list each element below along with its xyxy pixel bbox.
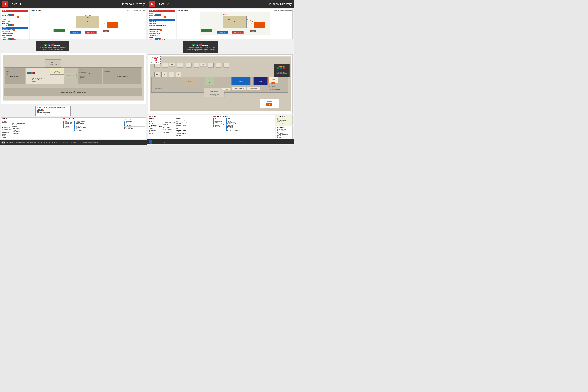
svg-line-14 [91, 28, 94, 31]
svg-text:Gates C14-C45: Gates C14-C45 [88, 32, 94, 33]
footer-lost: Lost & Found: 281-230-3299 or has.iahvlo… [70, 142, 146, 143]
l2-amenities-col2: 🟦 Gates 🟦 Nursery 🟦 Parking 🟦 Pet Relief… [226, 118, 241, 131]
l2-airlines-content: Airlines: AeroMexico Air China Air Franc… [149, 118, 211, 138]
svg-text:-Ground Transportation: -Ground Transportation [210, 94, 219, 95]
l2-subway-badges: A B C Marriott. [185, 44, 216, 46]
svg-text:🐾 Pet Relief Area:: 🐾 Pet Relief Area: [154, 88, 162, 89]
svg-text:International Departures: International Departures [87, 13, 96, 14]
svg-text:E: E [273, 83, 274, 84]
l2-dining-shopping: 🍴 Dining full service 🟩 Houston Burger C… [276, 115, 293, 139]
svg-text:Concourse Exit: Concourse Exit [67, 75, 74, 76]
svg-text:D7: D7 [179, 65, 181, 66]
svg-text:Parking D/E: Parking D/E [212, 95, 216, 96]
svg-text:Gates E1-E24: Gates E1-E24 [256, 25, 263, 26]
airlines-header: D Airlines [2, 118, 61, 120]
dining-section: 🍴 Dining 🟩 Seating Area 🟦 Telephones 🟦 T… [123, 118, 146, 139]
l2-footer-lost: Lost & Found: 281-230-3299 or has.iahvlo… [218, 142, 292, 142]
svg-text:-Ticketing/Check-In: -Ticketing/Check-In [210, 91, 218, 92]
svg-text:Gates E1-E24: Gates E1-E24 [266, 107, 272, 108]
level1-item: Level 1: International Arrivals E (Use T… [2, 26, 28, 36]
svg-text:D: D [234, 21, 235, 22]
airport-map-svg: D Gates D1-D12 YOU ARE HERE Internationa… [31, 12, 145, 35]
svg-text:Down To:: Down To: [212, 90, 216, 90]
svg-text:Gates C14-C45: Gates C14-C45 [234, 32, 241, 33]
starbucks-label: ★ Starbucks [124, 127, 145, 128]
svg-text:Gates E1-E24: Gates E1-E24 [110, 25, 116, 26]
l2-level3-item: Level 3: Skyway to A B C (Use Skyway Sta… [149, 12, 176, 18]
l2-airlines-col1: Airlines: AeroMexico Air China Air Franc… [149, 118, 162, 138]
full-service-label: full service [284, 116, 288, 117]
airlines-section: D Airlines Airlines: AeroMexico Air Chin… [1, 118, 62, 139]
parking-note: ⚡ Electric Vehicle Charging Stations: Le… [0, 105, 147, 117]
svg-text:-Korean Air: -Korean Air [104, 72, 109, 73]
svg-text:KLM Crown: KLM Crown [238, 80, 244, 81]
svg-text:-EVA Air: -EVA Air [6, 71, 9, 72]
level1-levels-header: D Terminal Levels [2, 10, 28, 12]
amenities-col2: 🟦 MailSafe Express 🟦 Parking 🟦 Pet Relie… [74, 120, 86, 131]
level2-panel: D Level 2 Terminal Directory D Terminal … [147, 0, 294, 145]
l2-airlines-section: D Airlines Airlines: AeroMexico Air Chin… [148, 115, 212, 139]
subway-box: Subway to: A B C Marriott. Use Elevators… [36, 41, 69, 52]
svg-text:Gates D1-D12: Gates D1-D12 [232, 22, 238, 24]
level1-airport-map: ✈ Airport Map George Bush Intercontinent… [30, 9, 146, 39]
valet-text: Valet Parking: Level 2 [39, 112, 50, 113]
l2-subway-box: Subway to: A B C Marriott. Use Escalator… [183, 41, 218, 53]
svg-text:Security: Security [55, 70, 59, 72]
main-container: D Level 1 Terminal Directory D Terminal … [0, 0, 294, 145]
svg-text:Currency Exchange: Currency Exchange [234, 88, 244, 90]
svg-text:Platform Area (Elevated Train): Platform Area (Elevated Train) [276, 74, 287, 74]
dining-content: 🟩 Seating Area 🟦 Telephones 🟦 Ticketing/… [124, 121, 145, 130]
svg-rect-63 [29, 72, 30, 74]
svg-text:or Escalation Down to Level 1: or Escalation Down to Level 1 [154, 91, 166, 92]
l2-subway-section: Subway to: A B C Marriott. Use Escalator… [147, 40, 294, 54]
svg-text:D1: D1 [156, 74, 158, 75]
level2-floor-map: Walkway To: C Gates C14-C45 D1 D2 D3 [148, 54, 293, 114]
l2-airlines-col2: InterJet KLM Royal Dutch Airlines Korean… [163, 118, 176, 138]
l2-dining-header: 🍴 Dining full service [276, 116, 292, 118]
svg-text:International Departures: International Departures [234, 13, 243, 14]
svg-text:-British Airways: -British Airways [104, 74, 110, 74]
l2-dining-section: 🍴 Dining full service 🟩 Houston Burger C… [276, 115, 293, 125]
l2-footer-tdd: TDD: 281-230-3089 [196, 142, 205, 142]
escalator-note: Use Ticketing Lobby Elevators or Escalat… [36, 114, 70, 115]
level1-floor-map: Ticketing/Check-In -Air China -EVA Air -… [1, 53, 146, 104]
levels-content-2: Level 3: Skyway to A B C (Use Skyway Sta… [149, 12, 176, 40]
l2-airport-map-svg: D Gates D1-D12 YOU ARE HERE Internationa… [178, 12, 292, 35]
svg-text:Skyway to:: Skyway to: [279, 66, 285, 67]
level2-terminal-levels: D Terminal Levels Level 3: Skyway to A B… [148, 9, 176, 39]
svg-text:← EXIT ——— EXIT →: ← EXIT ——— EXIT → [10, 87, 20, 88]
svg-text:Gates A1-A30: Gates A1-A30 [56, 30, 62, 32]
svg-text:Lounge: Lounge [259, 81, 262, 82]
svg-text:or Escalators Down to Level 1: or Escalators Down to Level 1 [269, 89, 281, 90]
svg-text:🐾 Pet Relief Area:: 🐾 Pet Relief Area: [269, 86, 277, 88]
svg-text:D12: D12 [225, 65, 228, 66]
svg-text:D6: D6 [164, 65, 166, 66]
svg-text:-Singapore Airlines: -Singapore Airlines [6, 74, 13, 74]
footer-iah: IAH Dispatch: 281-230-3100 [34, 142, 47, 143]
svg-rect-123 [181, 77, 197, 85]
svg-text:D10: D10 [210, 65, 212, 66]
svg-text:D: D [87, 21, 88, 22]
svg-text:- International Arrivals: - International Arrivals [32, 79, 42, 80]
level1-top-info: D Terminal Levels Level 3: Skyway to A B… [0, 8, 147, 40]
svg-text:Gates D1-D12: Gates D1-D12 [85, 22, 91, 24]
shopping-section: 🛍 Shopping 🟦 ATU Duty Free 🟦 Corca Colle… [276, 126, 293, 139]
svg-line-8 [65, 26, 76, 31]
amenities-col1: 🟦 AED 🟦 Baggage Carts 🟦 Baggage Wrap 🟦 C… [63, 120, 73, 131]
level3-item: Level 3: Skyway to A B C (Use Skyway Sta… [2, 12, 28, 18]
svg-text:Ticketing/Check-In: Ticketing/Check-In [116, 76, 128, 77]
airport-name: George Bush Intercontinental Airport [127, 10, 145, 11]
map-title: ✈ Airport Map [31, 10, 40, 11]
svg-text:Ticketing/Check-In: Ticketing/Check-In [10, 76, 21, 77]
ev-charging-text: Electric Vehicle Charging Stations: Leve… [39, 107, 65, 108]
svg-text:-Secured Concourse Access Only: -Secured Concourse Access Only- [276, 74, 288, 76]
shopping-header: 🛍 Shopping [276, 126, 292, 128]
svg-text:↑: ↑ [65, 96, 66, 98]
map-header: ✈ Airport Map George Bush Intercontinent… [31, 10, 145, 11]
svg-text:Concourse: Concourse [207, 80, 212, 82]
svg-text:International: International [260, 28, 264, 30]
svg-text:Baggage Claim: Baggage Claim [250, 88, 257, 90]
l2-amenities-header: D Amenities & Services [213, 116, 275, 118]
svg-text:Start of: Start of [272, 79, 275, 80]
lounges-col: Lounges: Air France Lounge British Airwa… [176, 118, 188, 138]
